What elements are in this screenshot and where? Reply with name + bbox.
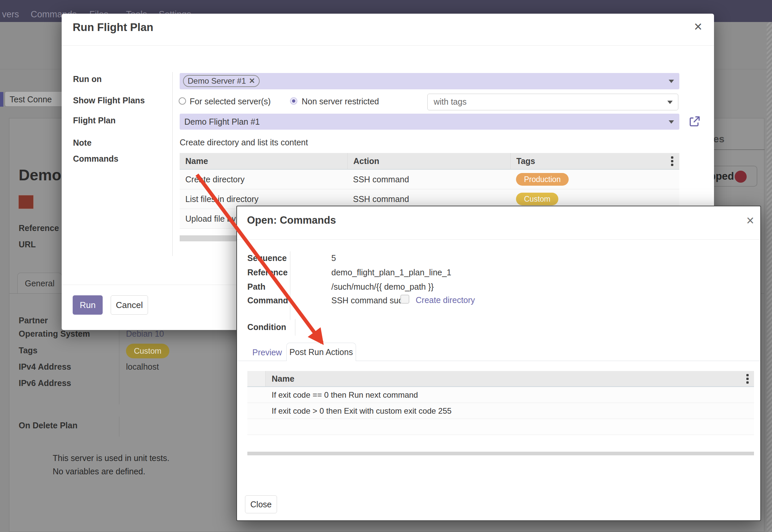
flight-plan-label: Flight Plan bbox=[73, 116, 116, 125]
col-action[interactable]: Action bbox=[347, 153, 510, 169]
kebab-menu-icon[interactable] bbox=[741, 371, 754, 386]
run-modal-title: Run Flight Plan bbox=[73, 21, 153, 34]
chevron-down-icon bbox=[667, 101, 673, 104]
show-flight-plans-label: Show Flight Plans bbox=[73, 96, 145, 105]
radio-non-server-restricted[interactable] bbox=[290, 97, 297, 105]
selector-column bbox=[247, 371, 266, 386]
post-run-table-header: Name bbox=[247, 371, 754, 387]
external-link-icon[interactable] bbox=[688, 115, 701, 128]
os-value[interactable]: Debian 10 bbox=[126, 329, 164, 339]
field-separator bbox=[119, 417, 119, 437]
ipv4-value: localhost bbox=[126, 362, 159, 372]
tags-label: Tags bbox=[19, 346, 38, 355]
tab-post-run-actions[interactable]: Post Run Actions bbox=[286, 343, 356, 361]
tab-general[interactable]: General bbox=[17, 273, 62, 294]
field-separator bbox=[290, 251, 290, 320]
remove-tag-icon[interactable]: ✕ bbox=[249, 77, 255, 85]
reference-value: demo_flight_plan_1_plan_line_1 bbox=[331, 268, 451, 277]
plan-note-text: Create directory and list its content bbox=[180, 138, 308, 147]
tags-custom-badge: Custom bbox=[126, 344, 169, 358]
radio-for-selected-servers-label[interactable]: For selected server(s) bbox=[190, 97, 271, 106]
condition-label: Condition bbox=[247, 322, 286, 332]
commands-table-header: Name Action Tags bbox=[180, 153, 679, 170]
header-divider bbox=[62, 45, 714, 46]
run-on-input[interactable]: Demo Server #1 ✕ bbox=[180, 73, 679, 89]
cut-off-primary-button[interactable] bbox=[0, 92, 3, 107]
color-swatch[interactable] bbox=[18, 195, 34, 209]
radio-non-server-restricted-label[interactable]: Non server restricted bbox=[302, 97, 379, 106]
reference-label: Reference bbox=[19, 223, 59, 233]
path-label: Path bbox=[247, 282, 265, 292]
partner-label: Partner bbox=[19, 316, 48, 325]
ipv6-label: IPv6 Address bbox=[19, 378, 71, 388]
page-title: Demo bbox=[19, 166, 61, 184]
field-separator bbox=[295, 319, 295, 336]
flight-plan-value: Demo Flight Plan #1 bbox=[184, 117, 260, 127]
truncated-heading: es bbox=[713, 133, 724, 145]
create-directory-link[interactable]: Create directory bbox=[416, 295, 475, 305]
url-label: URL bbox=[19, 240, 36, 249]
server-tag-label: Demo Server #1 bbox=[188, 76, 246, 86]
create-directory-checkbox[interactable] bbox=[400, 295, 409, 304]
table-row-empty bbox=[247, 419, 754, 435]
tab-preview[interactable]: Preview bbox=[252, 348, 282, 357]
unit-test-note-line1: This server is used in unit tests. bbox=[53, 453, 169, 463]
sequence-value: 5 bbox=[331, 253, 336, 263]
header-divider bbox=[237, 239, 760, 240]
cancel-button[interactable]: Cancel bbox=[111, 295, 148, 315]
server-tag: Demo Server #1 ✕ bbox=[183, 75, 260, 87]
table-row[interactable]: If exit code > 0 then Exit with custom e… bbox=[247, 403, 754, 419]
screen: vers Commands Files Tools Settings Test … bbox=[0, 0, 772, 532]
reference-label: Reference bbox=[247, 268, 288, 277]
sequence-label: Sequence bbox=[247, 253, 287, 263]
path-value: /such/much/{{ demo_path }} bbox=[331, 282, 434, 292]
nav-item-servers[interactable]: vers bbox=[2, 9, 19, 20]
with-tags-value: with tags bbox=[434, 97, 467, 107]
unit-test-note-line2: No variables are defined. bbox=[53, 467, 145, 476]
command-value: SSH command sudo bbox=[331, 296, 408, 305]
post-run-actions-table: Name If exit code == 0 then Run next com… bbox=[247, 371, 754, 435]
col-name[interactable]: Name bbox=[266, 371, 741, 386]
os-label: Operating System bbox=[19, 329, 90, 339]
commands-label: Commands bbox=[73, 154, 118, 164]
row-name: Create directory bbox=[180, 175, 347, 184]
table-row[interactable]: If exit code == 0 then Run next command bbox=[247, 387, 754, 403]
right-divider bbox=[714, 149, 765, 150]
tag-badge: Custom bbox=[516, 193, 558, 205]
ipv4-label: IPv4 Address bbox=[19, 362, 71, 372]
table-row[interactable]: Create directory SSH command Production bbox=[180, 170, 679, 189]
chevron-down-icon bbox=[669, 120, 674, 124]
chevron-down-icon[interactable] bbox=[669, 80, 674, 83]
run-on-label: Run on bbox=[73, 74, 102, 84]
label-separator bbox=[172, 72, 173, 256]
close-icon[interactable]: × bbox=[746, 214, 754, 227]
radio-for-selected-servers[interactable] bbox=[179, 97, 186, 105]
col-name[interactable]: Name bbox=[180, 153, 347, 169]
table-scrollbar[interactable] bbox=[247, 452, 754, 455]
tag-badge: Production bbox=[516, 173, 569, 186]
field-separator bbox=[119, 328, 119, 404]
close-button[interactable]: Close bbox=[245, 495, 277, 513]
status-dot-icon bbox=[735, 171, 747, 183]
command-label: Command bbox=[247, 296, 288, 305]
kebab-menu-icon[interactable] bbox=[665, 153, 679, 169]
with-tags-select[interactable]: with tags bbox=[427, 94, 678, 110]
row-action: SSH command bbox=[347, 194, 510, 204]
open-commands-modal: Open: Commands × Sequence 5 Reference de… bbox=[236, 206, 761, 521]
flight-plan-select[interactable]: Demo Flight Plan #1 bbox=[180, 114, 679, 130]
commands-modal-title: Open: Commands bbox=[247, 214, 336, 226]
test-connection-button[interactable]: Test Conne bbox=[5, 91, 71, 107]
window-scrollbar[interactable] bbox=[767, 22, 772, 532]
row-name: List files in directory bbox=[180, 194, 347, 204]
col-tags[interactable]: Tags bbox=[510, 153, 665, 169]
close-icon[interactable]: × bbox=[694, 20, 702, 34]
row-action: SSH command bbox=[347, 175, 510, 184]
note-label: Note bbox=[73, 138, 92, 148]
on-delete-plan-label: On Delete Plan bbox=[19, 421, 77, 430]
run-button[interactable]: Run bbox=[73, 295, 103, 315]
